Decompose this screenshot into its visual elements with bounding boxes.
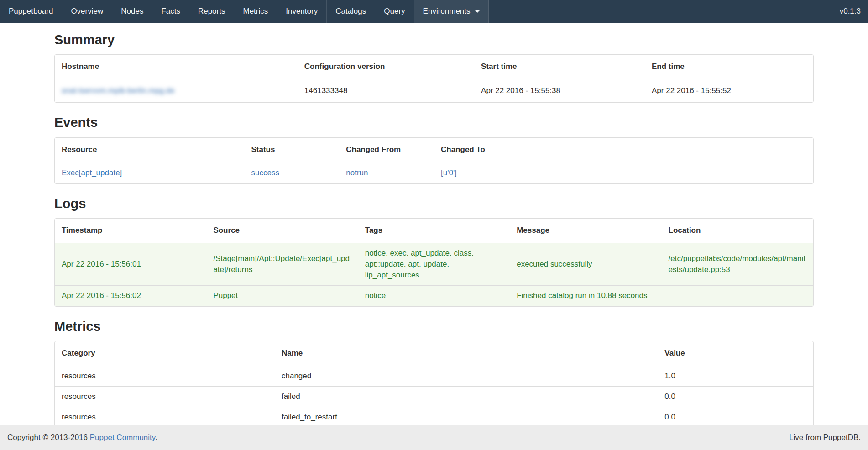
start-time-value: Apr 22 2016 - 15:55:38	[474, 79, 645, 103]
summary-col-config-version: Configuration version	[298, 55, 474, 79]
copyright-prefix: Copyright © 2013-2016	[7, 433, 90, 442]
top-navbar: Puppetboard Overview Nodes Facts Reports…	[0, 0, 868, 23]
metric-name: changed	[275, 366, 658, 386]
copyright-text: Copyright © 2013-2016 Puppet Community.	[7, 433, 157, 442]
logs-col-location: Location	[662, 219, 813, 243]
summary-header-row: Hostname Configuration version Start tim…	[55, 55, 813, 79]
environments-dropdown-label: Environments	[423, 7, 471, 16]
summary-title: Summary	[54, 32, 814, 47]
nav-item-facts[interactable]: Facts	[152, 0, 189, 23]
summary-table: Hostname Configuration version Start tim…	[55, 55, 813, 102]
metric-category: resources	[55, 366, 275, 386]
log-location	[662, 286, 813, 306]
footer: Copyright © 2013-2016 Puppet Community. …	[0, 425, 868, 450]
summary-table-container: Hostname Configuration version Start tim…	[54, 54, 814, 103]
log-location: /etc/puppetlabs/code/modules/apt/manifes…	[662, 243, 813, 286]
metrics-col-value: Value	[658, 341, 813, 366]
metrics-title: Metrics	[54, 319, 814, 334]
summary-section: Summary Hostname Configuration version S…	[54, 32, 814, 103]
environments-dropdown[interactable]: Environments	[414, 0, 489, 23]
events-table-container: Resource Status Changed From Changed To …	[54, 137, 814, 184]
log-message: executed successfully	[510, 243, 661, 286]
events-table: Resource Status Changed From Changed To …	[55, 138, 813, 183]
logs-header-row: Timestamp Source Tags Message Location	[55, 219, 813, 243]
metrics-col-name: Name	[275, 341, 658, 366]
nav-item-inventory[interactable]: Inventory	[277, 0, 327, 23]
event-changed-to-link[interactable]: [u'0']	[441, 168, 457, 177]
metric-value: 0.0	[658, 387, 813, 407]
log-row: Apr 22 2016 - 15:56:01 /Stage[main]/Apt:…	[55, 243, 813, 286]
metric-name: failed	[275, 387, 658, 407]
events-col-changed-to: Changed To	[434, 138, 813, 162]
events-section: Events Resource Status Changed From Chan…	[54, 115, 814, 183]
metric-row: resources changed 1.0	[55, 366, 813, 386]
logs-title: Logs	[54, 196, 814, 211]
log-source: /Stage[main]/Apt::Update/Exec[apt_update…	[206, 243, 358, 286]
log-tags: notice	[358, 286, 510, 306]
log-source: Puppet	[206, 286, 358, 306]
events-col-changed-from: Changed From	[339, 138, 434, 162]
live-from-puppetdb-text: Live from PuppetDB.	[789, 433, 861, 442]
report-detail-page: Summary Hostname Configuration version S…	[0, 32, 868, 446]
logs-col-message: Message	[510, 219, 661, 243]
navbar-brand[interactable]: Puppetboard	[0, 0, 62, 23]
metric-row: resources failed_to_restart 0.0	[55, 407, 813, 428]
log-timestamp: Apr 22 2016 - 15:56:01	[55, 243, 206, 286]
logs-col-tags: Tags	[358, 219, 510, 243]
nav-item-overview[interactable]: Overview	[62, 0, 112, 23]
config-version-value: 1461333348	[298, 79, 474, 103]
copyright-suffix: .	[155, 433, 157, 442]
events-col-resource: Resource	[55, 138, 245, 162]
metric-category: resources	[55, 387, 275, 407]
summary-col-start-time: Start time	[474, 55, 645, 79]
event-row: Exec[apt_update] success notrun [u'0']	[55, 162, 813, 183]
hostname-link-redacted[interactable]: snat-tservvm.mpib-berlin.mpg.de	[62, 86, 175, 95]
summary-col-hostname: Hostname	[55, 55, 298, 79]
logs-col-source: Source	[206, 219, 358, 243]
log-message: Finished catalog run in 10.88 seconds	[510, 286, 661, 306]
summary-col-end-time: End time	[645, 55, 813, 79]
log-tags: notice, exec, apt_update, class, apt::up…	[358, 243, 510, 286]
log-row: Apr 22 2016 - 15:56:02 Puppet notice Fin…	[55, 286, 813, 306]
logs-table: Timestamp Source Tags Message Location A…	[55, 219, 813, 306]
nav-item-metrics[interactable]: Metrics	[234, 0, 277, 23]
nav-item-reports[interactable]: Reports	[189, 0, 235, 23]
event-status-link[interactable]: success	[251, 168, 279, 177]
metrics-header-row: Category Name Value	[55, 341, 813, 366]
chevron-down-icon	[475, 10, 480, 13]
event-resource-link[interactable]: Exec[apt_update]	[62, 168, 122, 177]
nav-item-nodes[interactable]: Nodes	[112, 0, 152, 23]
end-time-value: Apr 22 2016 - 15:55:52	[645, 79, 813, 103]
event-changed-from-link[interactable]: notrun	[346, 168, 368, 177]
version-label: v0.1.3	[832, 0, 868, 23]
events-header-row: Resource Status Changed From Changed To	[55, 138, 813, 162]
summary-row: snat-tservvm.mpib-berlin.mpg.de 14613333…	[55, 79, 813, 103]
metrics-col-category: Category	[55, 341, 275, 366]
metric-name: failed_to_restart	[275, 407, 658, 428]
logs-section: Logs Timestamp Source Tags Message Locat…	[54, 196, 814, 307]
puppet-community-link[interactable]: Puppet Community	[90, 433, 155, 442]
logs-col-timestamp: Timestamp	[55, 219, 206, 243]
logs-table-container: Timestamp Source Tags Message Location A…	[54, 218, 814, 306]
nav-item-catalogs[interactable]: Catalogs	[327, 0, 375, 23]
metric-category: resources	[55, 407, 275, 428]
events-title: Events	[54, 115, 814, 130]
metric-value: 0.0	[658, 407, 813, 428]
log-timestamp: Apr 22 2016 - 15:56:02	[55, 286, 206, 306]
metric-value: 1.0	[658, 366, 813, 386]
nav-item-query[interactable]: Query	[375, 0, 414, 23]
metric-row: resources failed 0.0	[55, 387, 813, 407]
events-col-status: Status	[245, 138, 340, 162]
